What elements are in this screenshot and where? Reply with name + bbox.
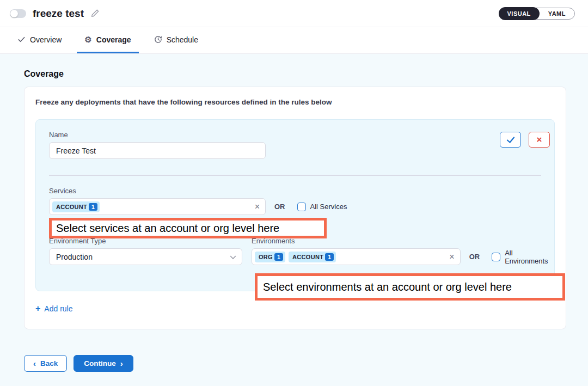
add-rule-label: Add rule	[44, 304, 72, 313]
tag-label: ORG	[259, 254, 273, 260]
environments-field: Environments ORG 1 ACCOUNT 1	[252, 237, 556, 265]
tab-coverage-label: Coverage	[96, 35, 131, 44]
tag-label: ACCOUNT	[56, 204, 87, 210]
plus-icon: +	[35, 304, 40, 313]
all-environments-checkbox[interactable]	[492, 253, 500, 261]
chevron-left-icon: ‹	[33, 359, 36, 367]
services-input[interactable]: ACCOUNT 1 ×	[49, 198, 266, 215]
visual-yaml-toggle: VISUAL YAML	[499, 8, 575, 20]
tag-count-badge: 1	[89, 203, 97, 211]
tab-schedule[interactable]: Schedule	[146, 27, 206, 53]
cancel-x-icon: ×	[537, 134, 542, 145]
chevron-down-icon	[230, 253, 236, 261]
tab-schedule-label: Schedule	[167, 35, 198, 44]
name-label: Name	[49, 131, 541, 139]
add-rule-button[interactable]: + Add rule	[35, 304, 73, 313]
tab-coverage[interactable]: ⚙ Coverage	[77, 27, 138, 53]
annotation-select-services: Select services at an account or org lev…	[49, 218, 327, 238]
footer-actions: ‹ Back Continue ›	[24, 355, 566, 372]
tag-label: ACCOUNT	[292, 254, 323, 260]
services-clear-icon[interactable]: ×	[255, 203, 260, 211]
freeze-enabled-toggle[interactable]	[10, 9, 26, 18]
environments-tag-account[interactable]: ACCOUNT 1	[289, 252, 336, 262]
tab-overview-label: Overview	[30, 35, 62, 44]
environments-clear-icon[interactable]: ×	[449, 253, 454, 261]
page-title: freeze test	[33, 8, 84, 20]
continue-button[interactable]: Continue ›	[74, 355, 133, 372]
environment-type-field: Environment Type Production	[49, 237, 242, 265]
coverage-description: Freeze any deployments that have the fol…	[35, 98, 555, 106]
tab-overview[interactable]: Overview	[10, 27, 69, 53]
environment-type-value: Production	[56, 253, 93, 261]
rule-divider	[49, 175, 541, 176]
header: freeze test VISUAL YAML	[0, 0, 588, 27]
continue-label: Continue	[84, 359, 116, 367]
services-or-label: OR	[274, 203, 285, 211]
delete-rule-button[interactable]: ×	[529, 132, 550, 148]
back-button[interactable]: ‹ Back	[24, 355, 67, 372]
environment-type-select[interactable]: Production	[49, 248, 242, 265]
all-services-label: All Services	[310, 203, 347, 211]
gear-icon: ⚙	[84, 35, 91, 44]
services-tag-account[interactable]: ACCOUNT 1	[52, 201, 100, 212]
tab-bar: Overview ⚙ Coverage Schedule	[0, 27, 588, 54]
tag-count-badge: 1	[325, 253, 334, 261]
section-title: Coverage	[24, 69, 566, 79]
schedule-clock-icon	[154, 35, 162, 44]
all-services-checkbox[interactable]	[297, 203, 306, 211]
toggle-knob	[10, 10, 18, 17]
environments-tag-org[interactable]: ORG 1	[255, 252, 285, 262]
annotation-select-environments: Select environments at an account or org…	[255, 273, 565, 301]
coverage-card: Freeze any deployments that have the fol…	[24, 87, 566, 329]
chevron-right-icon: ›	[120, 359, 123, 367]
freeze-rule-card: × Name Services ACCOUNT 1 × OR	[35, 119, 555, 291]
apply-rule-button[interactable]	[500, 132, 521, 148]
rule-name-input[interactable]	[49, 142, 266, 159]
environments-input[interactable]: ORG 1 ACCOUNT 1 ×	[252, 248, 461, 265]
back-label: Back	[40, 359, 58, 367]
all-environments-label: All Environments	[505, 249, 556, 265]
coverage-page: Coverage Freeze any deployments that hav…	[0, 54, 588, 386]
tag-count-badge: 1	[274, 253, 283, 261]
yaml-toggle-option[interactable]: YAML	[540, 10, 574, 17]
visual-toggle-option[interactable]: VISUAL	[499, 7, 540, 20]
check-icon	[17, 35, 26, 44]
services-label: Services	[49, 187, 541, 195]
environments-or-label: OR	[469, 253, 480, 261]
edit-title-icon[interactable]	[90, 9, 100, 18]
